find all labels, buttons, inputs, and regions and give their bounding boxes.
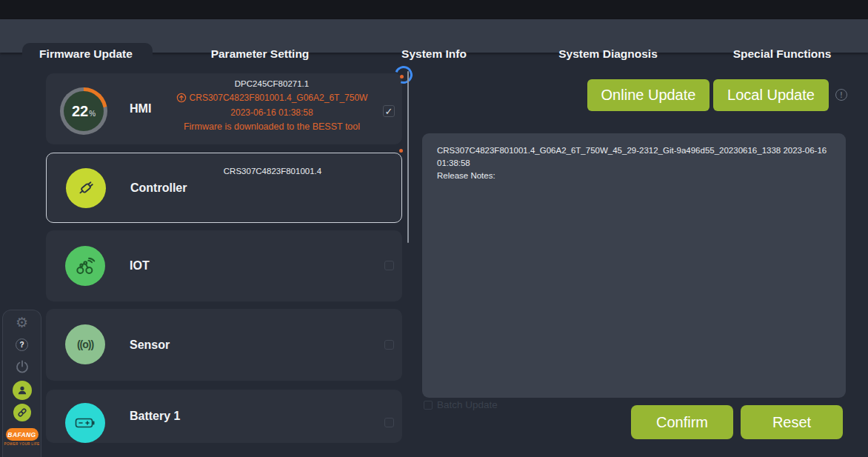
- help-icon[interactable]: ?: [16, 338, 28, 351]
- device-name-sensor: Sensor: [130, 309, 170, 381]
- device-card-hmi[interactable]: 22% HMI DPC245CF80271.1 CRS307C4823F8010…: [46, 73, 402, 144]
- sidebar-rail: ⚙ ? BAFANG POWER YOUR LIFE: [2, 310, 41, 457]
- hmi-progress-inner: 22%: [64, 91, 104, 131]
- iot-checkbox[interactable]: [384, 261, 394, 270]
- hmi-progress-unit: %: [89, 110, 96, 118]
- online-update-button[interactable]: Online Update: [587, 79, 710, 111]
- battery-checkbox[interactable]: [384, 418, 394, 427]
- tab-bar: Firmware Update Parameter Setting System…: [0, 19, 868, 53]
- device-list-scrollbar[interactable]: [407, 71, 409, 243]
- device-card-sensor[interactable]: ((o)) Sensor: [46, 309, 402, 381]
- user-account-icon[interactable]: [13, 381, 32, 400]
- device-card-controller[interactable]: Controller CRS307C4823F801001.4: [46, 153, 402, 223]
- power-icon[interactable]: [13, 357, 32, 376]
- hmi-firmware-timestamp: 2023-06-16 01:38:58: [161, 107, 383, 118]
- bafang-logo-text: BAFANG: [7, 431, 36, 438]
- check-icon: ✓: [385, 106, 393, 117]
- battery-icon: [65, 403, 105, 443]
- update-info-exclamation-icon[interactable]: !: [835, 89, 847, 101]
- tab-system-diagnosis[interactable]: System Diagnosis: [558, 47, 658, 61]
- window-top-strip: [0, 0, 868, 19]
- batch-update-row[interactable]: Batch Update: [424, 399, 498, 410]
- hmi-progress-ring: 22%: [60, 87, 107, 135]
- hmi-download-status: Firmware is downloaded to the BESST tool: [161, 121, 383, 132]
- release-firmware-line: CRS307C4823F801001.4_G06A2_6T_750W_45_29…: [437, 144, 835, 170]
- release-notes-label: Release Notes:: [437, 170, 835, 182]
- release-notes-panel: CRS307C4823F801001.4_G06A2_6T_750W_45_29…: [422, 133, 846, 398]
- reset-button[interactable]: Reset: [741, 405, 843, 439]
- hmi-current-version: DPC245CF80271.1: [161, 79, 383, 88]
- download-to-tool-icon: [176, 93, 187, 103]
- device-name-controller: Controller: [130, 153, 187, 222]
- hmi-new-firmware-row: CRS307C4823F801001.4_G06A2_6T_750W: [161, 93, 383, 103]
- spinner-notification-dot: [400, 75, 404, 79]
- plug-icon: [66, 168, 106, 208]
- sensor-icon: ((o)): [65, 324, 105, 364]
- hmi-checkbox[interactable]: ✓: [383, 105, 395, 117]
- device-name-hmi: HMI: [130, 73, 151, 144]
- batch-update-label: Batch Update: [437, 399, 498, 410]
- settings-gear-icon[interactable]: ⚙: [13, 313, 32, 332]
- bafang-logo: BAFANG: [6, 428, 39, 441]
- hmi-new-firmware: CRS307C4823F801001.4_G06A2_6T_750W: [190, 93, 368, 103]
- device-name-battery: Battery 1: [130, 390, 180, 443]
- confirm-button[interactable]: Confirm: [631, 405, 733, 439]
- exclamation-glyph: !: [840, 91, 842, 99]
- device-card-battery[interactable]: Battery 1: [46, 390, 402, 443]
- device-card-iot[interactable]: IOT: [46, 230, 402, 301]
- controller-current-version: CRS307C4823F801001.4: [161, 167, 384, 176]
- local-update-button[interactable]: Local Update: [713, 79, 829, 111]
- tab-system-info[interactable]: System Info: [401, 47, 467, 61]
- link-connection-icon[interactable]: [13, 404, 31, 421]
- batch-update-checkbox[interactable]: [424, 401, 433, 410]
- hmi-progress-value: 22: [72, 103, 88, 120]
- iot-icon: [65, 246, 105, 286]
- sensor-checkbox[interactable]: [384, 340, 394, 350]
- tab-firmware-update[interactable]: Firmware Update: [39, 47, 133, 61]
- bafang-logo-tagline: POWER YOUR LIFE: [4, 442, 40, 446]
- device-name-iot: IOT: [130, 230, 150, 301]
- tab-special-functions[interactable]: Special Functions: [733, 47, 832, 61]
- controller-update-badge: [399, 149, 403, 153]
- tab-parameter-setting[interactable]: Parameter Setting: [211, 47, 310, 61]
